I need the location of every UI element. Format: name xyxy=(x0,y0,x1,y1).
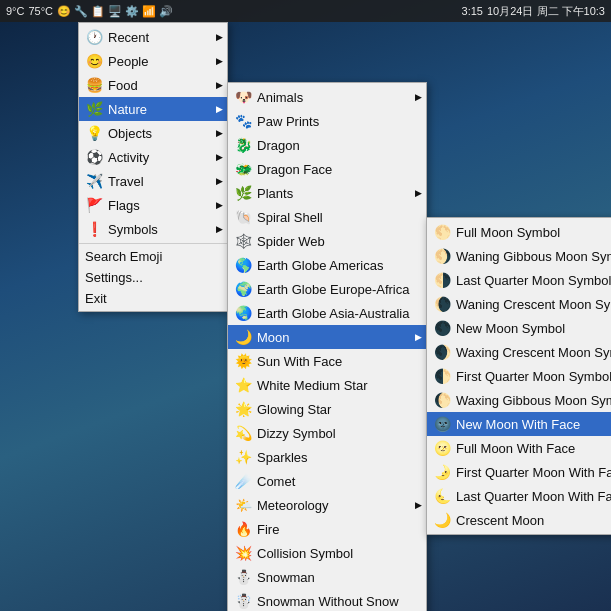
nature-item-earth-americas[interactable]: 🌎 Earth Globe Americas xyxy=(228,253,426,277)
moon-item-full-moon-face[interactable]: 🌝 Full Moon With Face xyxy=(427,436,611,460)
full-moon-label: Full Moon Symbol xyxy=(456,225,600,240)
activity-label: Activity xyxy=(108,150,207,165)
nature-item-sparkles[interactable]: ✨ Sparkles xyxy=(228,445,426,469)
earth-europe-label: Earth Globe Europe-Africa xyxy=(257,282,409,297)
people-arrow: ▶ xyxy=(216,56,223,66)
nature-item-spiral-shell[interactable]: 🐚 Spiral Shell xyxy=(228,205,426,229)
recent-icon: 🕐 xyxy=(85,28,103,46)
first-quarter-face-icon: 🌛 xyxy=(433,463,451,481)
menu-item-recent[interactable]: 🕐 Recent ▶ xyxy=(79,25,227,49)
nature-item-earth-asia[interactable]: 🌏 Earth Globe Asia-Australia xyxy=(228,301,426,325)
flags-label: Flags xyxy=(108,198,207,213)
waning-gibbous-label: Waning Gibbous Moon Symbol xyxy=(456,249,611,264)
moon-submenu: 🌕 Full Moon Symbol 🌖 Waning Gibbous Moon… xyxy=(426,217,611,535)
activity-arrow: ▶ xyxy=(216,152,223,162)
menu-item-exit[interactable]: Exit xyxy=(79,288,227,309)
settings-label: Settings... xyxy=(85,270,207,285)
nature-item-animals[interactable]: 🐶 Animals ▶ xyxy=(228,85,426,109)
food-arrow: ▶ xyxy=(216,80,223,90)
nature-item-dragon[interactable]: 🐉 Dragon xyxy=(228,133,426,157)
moon-item-full-moon[interactable]: 🌕 Full Moon Symbol xyxy=(427,220,611,244)
plants-icon: 🌿 xyxy=(234,184,252,202)
food-icon: 🍔 xyxy=(85,76,103,94)
moon-item-new-moon[interactable]: 🌑 New Moon Symbol xyxy=(427,316,611,340)
first-quarter-icon: 🌓 xyxy=(433,367,451,385)
animals-icon: 🐶 xyxy=(234,88,252,106)
menu-item-food[interactable]: 🍔 Food ▶ xyxy=(79,73,227,97)
collision-icon: 💥 xyxy=(234,544,252,562)
moon-item-waning-gibbous[interactable]: 🌖 Waning Gibbous Moon Symbol xyxy=(427,244,611,268)
menu-item-activity[interactable]: ⚽ Activity ▶ xyxy=(79,145,227,169)
objects-arrow: ▶ xyxy=(216,128,223,138)
full-moon-face-icon: 🌝 xyxy=(433,439,451,457)
moon-item-first-quarter-face[interactable]: 🌛 First Quarter Moon With Face xyxy=(427,460,611,484)
symbols-arrow: ▶ xyxy=(216,224,223,234)
animals-label: Animals xyxy=(257,90,406,105)
menu-item-nature[interactable]: 🌿 Nature ▶ xyxy=(79,97,227,121)
waxing-gibbous-label: Waxing Gibbous Moon Symbol xyxy=(456,393,611,408)
first-quarter-label: First Quarter Moon Symbol xyxy=(456,369,611,384)
nature-item-moon[interactable]: 🌙 Moon ▶ xyxy=(228,325,426,349)
comet-label: Comet xyxy=(257,474,406,489)
activity-icon: ⚽ xyxy=(85,148,103,166)
menu-item-travel[interactable]: ✈️ Travel ▶ xyxy=(79,169,227,193)
nature-item-sun-face[interactable]: 🌞 Sun With Face xyxy=(228,349,426,373)
nature-label: Nature xyxy=(108,102,207,117)
waxing-gibbous-icon: 🌔 xyxy=(433,391,451,409)
snowman-no-snow-label: Snowman Without Snow xyxy=(257,594,406,609)
menu-item-people[interactable]: 😊 People ▶ xyxy=(79,49,227,73)
nature-item-comet[interactable]: ☄️ Comet xyxy=(228,469,426,493)
moon-item-crescent-moon[interactable]: 🌙 Crescent Moon xyxy=(427,508,611,532)
menu-item-flags[interactable]: 🚩 Flags ▶ xyxy=(79,193,227,217)
menu-item-objects[interactable]: 💡 Objects ▶ xyxy=(79,121,227,145)
menu-item-search[interactable]: Search Emoji xyxy=(79,246,227,267)
moon-item-last-quarter-face[interactable]: 🌜 Last Quarter Moon With Face xyxy=(427,484,611,508)
nature-item-white-star[interactable]: ⭐ White Medium Star xyxy=(228,373,426,397)
sparkles-icon: ✨ xyxy=(234,448,252,466)
separator-1 xyxy=(79,243,227,244)
taskbar: 9°C 75°C 😊 🔧 📋 🖥️ ⚙️ 📶 🔊 3:15 10月24日 周二 … xyxy=(0,0,611,22)
nature-item-snowman[interactable]: ⛄ Snowman xyxy=(228,565,426,589)
moon-item-waxing-crescent[interactable]: 🌒 Waxing Crescent Moon Symbol xyxy=(427,340,611,364)
last-quarter-label: Last Quarter Moon Symbol xyxy=(456,273,611,288)
nature-item-earth-europe[interactable]: 🌍 Earth Globe Europe-Africa xyxy=(228,277,426,301)
nature-item-dizzy[interactable]: 💫 Dizzy Symbol xyxy=(228,421,426,445)
waxing-crescent-label: Waxing Crescent Moon Symbol xyxy=(456,345,611,360)
nature-item-meteorology[interactable]: 🌤️ Meteorology ▶ xyxy=(228,493,426,517)
comet-icon: ☄️ xyxy=(234,472,252,490)
spiral-shell-label: Spiral Shell xyxy=(257,210,406,225)
people-icon: 😊 xyxy=(85,52,103,70)
travel-label: Travel xyxy=(108,174,207,189)
plants-label: Plants xyxy=(257,186,406,201)
nature-item-plants[interactable]: 🌿 Plants ▶ xyxy=(228,181,426,205)
meteorology-label: Meteorology xyxy=(257,498,406,513)
nature-item-glowing-star[interactable]: 🌟 Glowing Star xyxy=(228,397,426,421)
moon-item-first-quarter[interactable]: 🌓 First Quarter Moon Symbol xyxy=(427,364,611,388)
moon-item-waning-crescent[interactable]: 🌘 Waning Crescent Moon Symbol xyxy=(427,292,611,316)
nature-item-pawprints[interactable]: 🐾 Paw Prints xyxy=(228,109,426,133)
sun-face-icon: 🌞 xyxy=(234,352,252,370)
moon-item-new-moon-face[interactable]: 🌚 New Moon With Face xyxy=(427,412,611,436)
moon-item-last-quarter[interactable]: 🌗 Last Quarter Moon Symbol xyxy=(427,268,611,292)
snowman-label: Snowman xyxy=(257,570,406,585)
spiral-shell-icon: 🐚 xyxy=(234,208,252,226)
waning-crescent-label: Waning Crescent Moon Symbol xyxy=(456,297,611,312)
moon-arrow: ▶ xyxy=(415,332,422,342)
spider-web-label: Spider Web xyxy=(257,234,406,249)
menu-item-settings[interactable]: Settings... xyxy=(79,267,227,288)
waning-gibbous-icon: 🌖 xyxy=(433,247,451,265)
nature-item-dragon-face[interactable]: 🐲 Dragon Face xyxy=(228,157,426,181)
last-quarter-face-icon: 🌜 xyxy=(433,487,451,505)
nature-item-spider-web[interactable]: 🕸️ Spider Web xyxy=(228,229,426,253)
new-moon-label: New Moon Symbol xyxy=(456,321,600,336)
nature-item-collision[interactable]: 💥 Collision Symbol xyxy=(228,541,426,565)
menu-item-symbols[interactable]: ❗ Symbols ▶ xyxy=(79,217,227,241)
travel-arrow: ▶ xyxy=(216,176,223,186)
dragon-icon: 🐉 xyxy=(234,136,252,154)
moon-item-waxing-gibbous[interactable]: 🌔 Waxing Gibbous Moon Symbol xyxy=(427,388,611,412)
nature-item-fire[interactable]: 🔥 Fire xyxy=(228,517,426,541)
crescent-moon-label: Crescent Moon xyxy=(456,513,600,528)
snowman-no-snow-icon: ☃️ xyxy=(234,592,252,610)
sparkles-label: Sparkles xyxy=(257,450,406,465)
nature-item-snowman-no-snow[interactable]: ☃️ Snowman Without Snow xyxy=(228,589,426,611)
